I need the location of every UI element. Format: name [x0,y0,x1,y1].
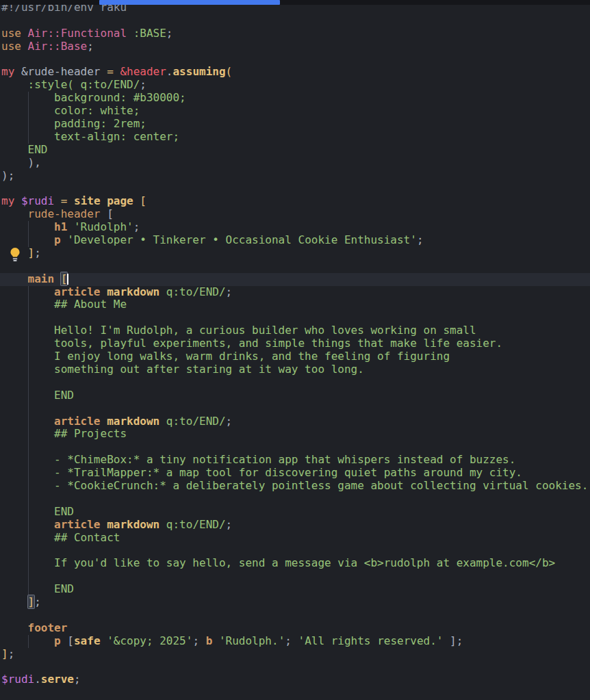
code-token: ( [226,65,233,78]
code-token: my [1,194,14,207]
code-token: I enjoy long walks, warm drinks, and the… [1,350,450,363]
code-line[interactable]: use Air::Base; [0,40,590,53]
code-line[interactable] [0,260,590,273]
code-line[interactable]: footer [0,622,590,635]
code-line[interactable]: END [0,144,590,157]
code-line[interactable]: my &rude-header = &header.assuming( [0,66,590,79]
code-token: ## About Me [1,298,127,311]
indent-guide [28,118,29,131]
code-token [1,595,28,608]
code-line[interactable]: - *TrailMapper:* a map tool for discover… [0,467,590,480]
code-token: - *CookieCrunch:* a deliberately pointle… [1,479,588,492]
code-token: ; [34,595,41,608]
code-line[interactable]: article markdown q:to/END/; [0,286,590,299]
code-line[interactable]: END [0,389,590,402]
code-area[interactable]: #!/usr/bin/env rakuuse Air::Functional :… [0,1,590,686]
code-token: ; [192,634,205,647]
code-line[interactable]: tools, playful experiments, and simple t… [0,337,590,350]
code-line[interactable]: - *ChimeBox:* a tiny notification app th… [0,454,590,467]
code-token: ; [133,220,140,233]
code-line[interactable]: color: white; [0,105,590,118]
matched-bracket: [ [61,272,68,285]
code-token [61,634,68,647]
code-line[interactable]: background: #b30000; [0,92,590,105]
indent-guide [28,286,29,299]
code-line[interactable]: rude-header [ [0,208,590,221]
code-line[interactable]: something out after staring at it way to… [0,363,590,376]
code-line[interactable] [0,609,590,622]
code-line[interactable] [0,493,590,506]
code-token: ; [226,518,233,531]
code-line[interactable] [0,311,590,324]
code-token: END [28,143,48,156]
code-line[interactable]: main [ [0,273,590,286]
code-token [1,207,28,220]
scrollbar-thumb[interactable] [99,0,280,5]
code-line[interactable]: - *CookieCrunch:* a deliberately pointle… [0,480,590,493]
code-line[interactable]: my $rudi = site page [ [0,195,590,208]
code-line[interactable]: ]; [0,648,590,661]
code-token [61,233,68,246]
code-token [114,65,120,78]
code-line[interactable]: h1 'Rudolph'; [0,221,590,234]
code-line[interactable] [0,570,590,583]
code-line[interactable]: article markdown q:to/END/; [0,415,590,428]
code-line[interactable]: ); [0,170,590,183]
code-token: 'All rights reserved.' [298,634,444,647]
indent-guide [28,441,29,454]
code-line[interactable] [0,14,590,27]
code-line[interactable] [0,182,590,195]
code-line[interactable]: If you'd like to say hello, send a messa… [0,557,590,570]
code-line[interactable]: text-align: center; [0,131,590,144]
code-line[interactable]: :style( q:to/END/; [0,79,590,92]
code-line[interactable]: ## Projects [0,428,590,441]
code-token: = [61,194,68,207]
code-token [1,621,28,634]
code-token: q:to/END/ [166,518,226,531]
code-line[interactable]: p [safe '&copy; 2025'; b 'Rudolph.'; 'Al… [0,635,590,648]
code-line[interactable] [0,376,590,389]
code-token: markdown [107,415,159,428]
code-token: ; [226,415,233,428]
code-token [67,194,74,207]
code-line[interactable]: I enjoy long walks, warm drinks, and the… [0,350,590,363]
code-line[interactable]: padding: 2rem; [0,118,590,131]
code-line[interactable]: ]; [0,247,590,260]
code-token: ), [1,156,41,169]
code-line[interactable] [0,660,590,673]
code-line[interactable]: Hello! I'm Rudolph, a curious builder wh… [0,324,590,337]
code-token: article [54,415,100,428]
code-line[interactable]: END [0,583,590,596]
indent-guide [28,506,29,519]
code-line[interactable] [0,402,590,415]
code-line[interactable]: ## About Me [0,298,590,311]
code-line[interactable]: ), [0,157,590,170]
code-line[interactable] [0,544,590,557]
indent-guide [28,467,29,480]
code-token: :BASE [133,27,166,40]
code-token: 'Developer • Tinkerer • Occasional Cooki… [67,233,417,246]
code-token: ; [34,246,41,259]
code-token [127,27,133,40]
code-line[interactable]: article markdown q:to/END/; [0,519,590,532]
code-line[interactable]: ## Contact [0,532,590,545]
code-line[interactable] [0,441,590,454]
indent-guide [28,234,29,247]
code-line[interactable]: END [0,506,590,519]
code-line[interactable]: p 'Developer • Tinkerer • Occasional Coo… [0,234,590,247]
indent-guide [28,324,29,337]
horizontal-scrollbar[interactable] [0,0,590,5]
indent-guide [28,131,29,144]
code-line[interactable]: $rudi.serve; [0,673,590,686]
code-line[interactable] [0,53,590,66]
code-token [1,78,28,91]
code-line[interactable]: ]; [0,596,590,609]
code-token [54,272,61,285]
code-token: ; [74,673,81,686]
indent-guide [28,105,29,118]
code-token: article [54,285,100,298]
code-token: END [54,582,74,595]
code-token: Air::Base [28,40,88,53]
code-token: h1 [54,220,67,233]
code-line[interactable]: use Air::Functional :BASE; [0,27,590,40]
